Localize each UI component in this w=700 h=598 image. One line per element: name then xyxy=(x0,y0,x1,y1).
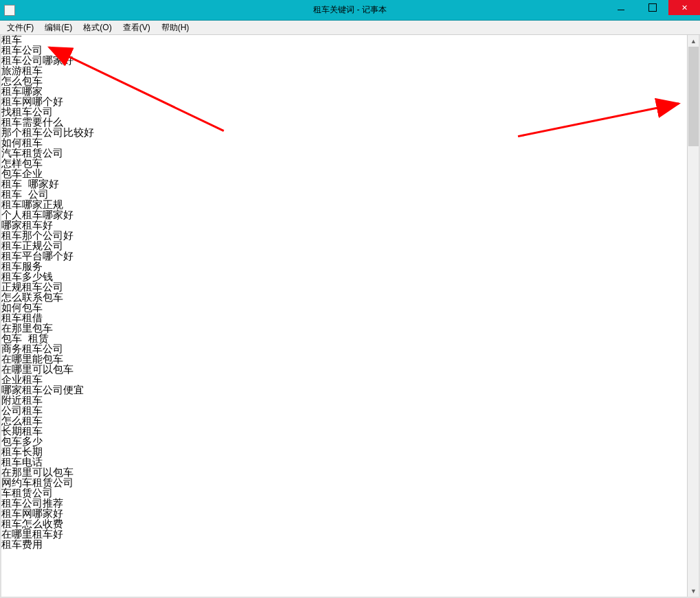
text-line[interactable]: 租车 xyxy=(1,35,699,45)
text-line[interactable]: 租车网哪家好 xyxy=(1,509,699,519)
text-line[interactable]: 在那里可以包车 xyxy=(1,468,699,478)
text-line[interactable]: 租车正规公司 xyxy=(1,241,699,251)
text-line[interactable]: 哪家租车好 xyxy=(1,220,699,231)
text-line[interactable]: 租车电话 xyxy=(1,457,699,468)
text-line[interactable]: 汽车租赁公司 xyxy=(1,148,699,159)
text-line[interactable]: 如何租车 xyxy=(1,138,699,148)
text-line[interactable]: 那个租车公司比较好 xyxy=(1,128,699,138)
maximize-button[interactable] xyxy=(637,0,668,15)
menu-help[interactable]: 帮助(H) xyxy=(156,21,195,35)
text-line[interactable]: 租车长期 xyxy=(1,447,699,457)
minimize-button[interactable] xyxy=(605,0,637,15)
window-title: 租车关键词 - 记事本 xyxy=(313,4,387,16)
text-line[interactable]: 租车平台哪个好 xyxy=(1,251,699,262)
text-line[interactable]: 包车 租赁 xyxy=(1,334,699,344)
text-line[interactable]: 租车怎么收费 xyxy=(1,519,699,529)
text-line[interactable]: 商务租车公司 xyxy=(1,344,699,354)
text-line[interactable]: 网约车租赁公司 xyxy=(1,478,699,488)
text-line[interactable]: 怎么租车 xyxy=(1,416,699,426)
text-line[interactable]: 怎么联系包车 xyxy=(1,292,699,303)
text-line[interactable]: 企业租车 xyxy=(1,375,699,385)
text-line[interactable]: 租车 公司 xyxy=(1,189,699,200)
text-line[interactable]: 租车公司推荐 xyxy=(1,498,699,509)
text-line[interactable]: 租车 哪家好 xyxy=(1,179,699,189)
scroll-thumb[interactable] xyxy=(688,47,699,146)
text-line[interactable]: 正规租车公司 xyxy=(1,282,699,292)
text-editor[interactable]: 租车租车公司租车公司哪家好旅游租车怎么包车租车哪家租车网哪个好找租车公司租车需要… xyxy=(1,35,699,550)
text-line[interactable]: 租车那个公司好 xyxy=(1,231,699,241)
text-line[interactable]: 公司租车 xyxy=(1,406,699,416)
menu-edit[interactable]: 编辑(E) xyxy=(39,21,78,35)
vertical-scrollbar[interactable]: ▲ ▼ xyxy=(687,35,699,597)
text-line[interactable]: 租车费用 xyxy=(1,540,699,550)
text-line[interactable]: 租车哪家 xyxy=(1,87,699,97)
text-line[interactable]: 包车多少 xyxy=(1,437,699,447)
text-line[interactable]: 在哪里能包车 xyxy=(1,354,699,365)
text-line[interactable]: 在哪里租车好 xyxy=(1,529,699,540)
titlebar: 租车关键词 - 记事本 xyxy=(0,0,700,21)
text-line[interactable]: 在哪里可以包车 xyxy=(1,365,699,375)
notepad-icon xyxy=(4,5,15,16)
text-line[interactable]: 如何包车 xyxy=(1,303,699,313)
text-line[interactable]: 租车公司哪家好 xyxy=(1,56,699,66)
text-line[interactable]: 租车服务 xyxy=(1,262,699,272)
text-line[interactable]: 个人租车哪家好 xyxy=(1,210,699,220)
text-line[interactable]: 租车需要什么 xyxy=(1,117,699,128)
text-line[interactable]: 长期租车 xyxy=(1,426,699,437)
scroll-down-button[interactable]: ▼ xyxy=(688,585,699,597)
text-line[interactable]: 在那里包车 xyxy=(1,323,699,334)
menu-view[interactable]: 查看(V) xyxy=(117,21,156,35)
text-line[interactable]: 怎么包车 xyxy=(1,76,699,87)
text-line[interactable]: 包车企业 xyxy=(1,169,699,179)
text-line[interactable]: 租车哪家正规 xyxy=(1,200,699,210)
close-button[interactable] xyxy=(668,0,700,15)
text-line[interactable]: 车租赁公司 xyxy=(1,488,699,498)
window-controls xyxy=(605,0,700,15)
text-line[interactable]: 租车公司 xyxy=(1,45,699,56)
text-line[interactable]: 租车多少钱 xyxy=(1,272,699,282)
text-line[interactable]: 旅游租车 xyxy=(1,66,699,76)
text-line[interactable]: 附近租车 xyxy=(1,395,699,406)
scroll-up-button[interactable]: ▲ xyxy=(688,35,699,47)
text-line[interactable]: 找租车公司 xyxy=(1,107,699,117)
content-area: 租车租车公司租车公司哪家好旅游租车怎么包车租车哪家租车网哪个好找租车公司租车需要… xyxy=(0,35,700,598)
menu-format[interactable]: 格式(O) xyxy=(78,21,117,35)
text-line[interactable]: 租车网哪个好 xyxy=(1,97,699,107)
menubar: 文件(F) 编辑(E) 格式(O) 查看(V) 帮助(H) xyxy=(0,21,700,35)
menu-file[interactable]: 文件(F) xyxy=(1,21,39,35)
text-line[interactable]: 租车租借 xyxy=(1,313,699,323)
text-line[interactable]: 哪家租车公司便宜 xyxy=(1,385,699,395)
text-line[interactable]: 怎样包车 xyxy=(1,159,699,169)
